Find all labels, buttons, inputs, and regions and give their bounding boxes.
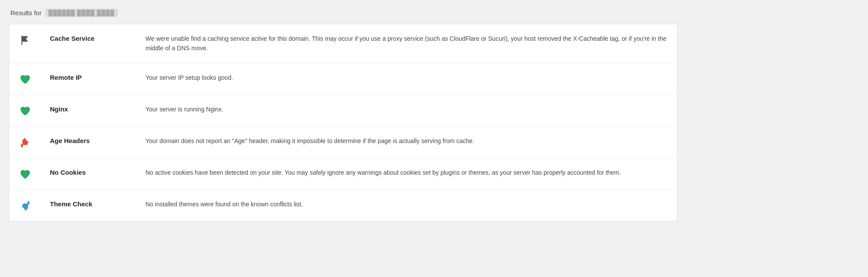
label-cache-service: Cache Service	[50, 34, 145, 42]
label-remote-ip: Remote IP	[50, 73, 145, 81]
label-no-cookies: No Cookies	[50, 168, 145, 176]
results-url: ██████ ████ ████	[45, 9, 118, 17]
result-row-no-cookies: No CookiesNo active cookies have been de…	[9, 158, 677, 190]
result-row-nginx: NginxYour server is running Nginx.	[9, 95, 677, 127]
heart-icon	[20, 74, 31, 85]
label-theme-check: Theme Check	[50, 199, 145, 208]
thumb-down-icon	[20, 137, 31, 148]
flag-icon	[20, 35, 31, 46]
result-row-remote-ip: Remote IPYour server IP setup looks good…	[9, 63, 677, 95]
icon-nginx	[20, 104, 50, 117]
icon-cache-service	[20, 34, 50, 46]
label-nginx: Nginx	[50, 104, 145, 113]
results-label: Results for	[10, 9, 42, 16]
heart-icon	[20, 169, 31, 180]
result-row-cache-service: Cache ServiceWe were unable find a cachi…	[9, 24, 677, 63]
description-theme-check: No installed themes were found on the kn…	[145, 199, 667, 209]
icon-no-cookies	[20, 168, 50, 180]
thumb-up-icon	[20, 200, 31, 212]
icon-theme-check	[20, 199, 50, 212]
result-row-theme-check: Theme CheckNo installed themes were foun…	[9, 190, 677, 221]
description-remote-ip: Your server IP setup looks good.	[145, 73, 667, 82]
results-table: Cache ServiceWe were unable find a cachi…	[9, 24, 677, 222]
results-header: Results for ██████ ████ ████	[9, 9, 859, 17]
description-no-cookies: No active cookies have been detected on …	[145, 168, 667, 177]
description-cache-service: We were unable find a caching service ac…	[145, 34, 667, 53]
label-age-headers: Age Headers	[50, 136, 145, 144]
result-row-age-headers: Age HeadersYour domain does not report a…	[9, 127, 677, 158]
description-nginx: Your server is running Nginx.	[145, 104, 667, 114]
heart-icon	[20, 105, 31, 117]
icon-remote-ip	[20, 73, 50, 85]
description-age-headers: Your domain does not report an "Age" hea…	[145, 136, 667, 146]
icon-age-headers	[20, 136, 50, 148]
